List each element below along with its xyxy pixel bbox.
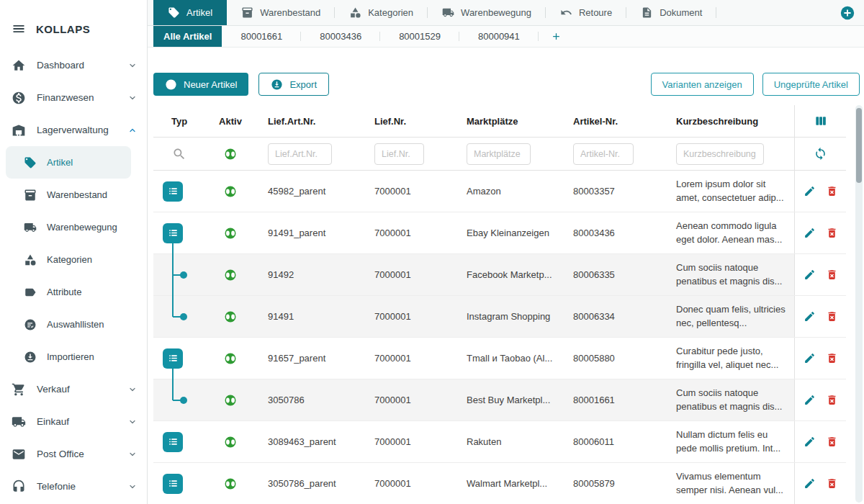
cell-artikel-nr: 80006335 xyxy=(561,254,664,295)
tab-dokument[interactable]: Dokument xyxy=(626,0,716,25)
cell-kurzbeschreibung: Vivamus elementum semper nisi. Aenean vu… xyxy=(664,463,794,504)
active-status-icon[interactable] xyxy=(224,394,237,407)
article-tab-80000941[interactable]: 80000941 xyxy=(459,26,539,47)
parent-article-list-icon[interactable] xyxy=(163,223,183,243)
sidebar-item-finanzwesen[interactable]: Finanzwesen xyxy=(0,81,147,114)
sidebar-item-warenbewegung[interactable]: Warenbewegung xyxy=(0,211,147,243)
attribute-icon xyxy=(24,286,37,299)
cell-aktiv xyxy=(205,379,256,420)
unchecked-articles-button[interactable]: Ungeprüfte Artikel xyxy=(762,73,860,96)
delete-icon[interactable] xyxy=(826,352,838,364)
edit-icon[interactable] xyxy=(804,310,816,323)
inventory-icon xyxy=(241,6,253,19)
mail-icon xyxy=(12,447,26,462)
cell-lief-art-nr: 91491_parent xyxy=(256,212,362,253)
parent-article-list-icon[interactable] xyxy=(163,181,183,202)
cell-aktiv xyxy=(205,212,256,253)
sidebar-item-attribute[interactable]: Attribute xyxy=(0,276,147,308)
sidebar-item-importieren[interactable]: Importieren xyxy=(0,341,147,373)
cell-lief-nr: 7000001 xyxy=(362,171,454,212)
parent-article-list-icon[interactable] xyxy=(163,432,183,452)
sidebar-item-telefonie[interactable]: Telefonie xyxy=(0,470,147,503)
delete-icon[interactable] xyxy=(826,310,838,323)
edit-icon[interactable] xyxy=(804,477,816,490)
edit-icon[interactable] xyxy=(804,352,816,364)
tab-warenbewegung[interactable]: Warenbewegung xyxy=(428,0,546,25)
sidebar-item-einkauf[interactable]: Einkauf xyxy=(0,405,147,438)
active-status-icon[interactable] xyxy=(224,269,237,282)
cell-aktiv xyxy=(205,296,256,337)
article-tab-80003436[interactable]: 80003436 xyxy=(301,26,380,47)
cell-actions xyxy=(794,338,846,379)
cell-marktplatz: Rakuten xyxy=(454,421,561,462)
filter-lief-nr-input[interactable] xyxy=(374,143,424,165)
column-settings-icon[interactable] xyxy=(813,114,829,128)
active-status-icon[interactable] xyxy=(224,185,237,198)
edit-icon[interactable] xyxy=(804,227,816,239)
delete-icon[interactable] xyxy=(826,227,838,239)
edit-icon[interactable] xyxy=(804,394,816,406)
sidebar-item-artikel[interactable]: Artikel xyxy=(6,146,131,179)
active-toggle-icon[interactable] xyxy=(224,148,237,161)
tab-artikel[interactable]: Artikel xyxy=(153,0,227,25)
scrollbar-track[interactable] xyxy=(855,105,863,503)
filter-kurzbeschreibung-input[interactable] xyxy=(676,143,764,165)
sidebar-item-kategorien[interactable]: Kategorien xyxy=(0,243,147,276)
article-tab-80001661[interactable]: 80001661 xyxy=(222,26,301,47)
cell-lief-nr: 7000001 xyxy=(362,338,454,379)
delete-icon[interactable] xyxy=(826,185,838,197)
tab-warenbestand[interactable]: Warenbestand xyxy=(227,0,335,25)
tab-retoure[interactable]: Retoure xyxy=(546,0,626,25)
tree-connector xyxy=(180,271,187,279)
edit-icon[interactable] xyxy=(804,185,816,197)
sidebar-item-auswahllisten[interactable]: Auswahllisten xyxy=(0,308,147,341)
edit-icon[interactable] xyxy=(804,436,816,448)
filter-artikel-nr-input[interactable] xyxy=(573,143,634,165)
parent-article-list-icon[interactable] xyxy=(163,348,183,369)
active-status-icon[interactable] xyxy=(224,436,237,449)
sidebar-item-verkauf[interactable]: Verkauf xyxy=(0,373,147,405)
show-variants-button[interactable]: Varianten anzeigen xyxy=(651,73,754,96)
active-status-icon[interactable] xyxy=(224,310,237,323)
new-article-button[interactable]: Neuer Artikel xyxy=(153,73,248,96)
refresh-icon[interactable] xyxy=(814,147,827,161)
table-body: 45982_parent7000001Amazon80003357Lorem i… xyxy=(153,171,846,504)
cell-typ xyxy=(153,421,205,462)
sidebar-item-warenbestand[interactable]: Warenbestand xyxy=(0,179,147,211)
active-status-icon[interactable] xyxy=(224,352,237,365)
article-tab-80001529[interactable]: 80001529 xyxy=(380,26,459,47)
menu-icon[interactable] xyxy=(12,22,26,36)
filter-marktplaetze-input[interactable] xyxy=(467,143,531,165)
delete-icon[interactable] xyxy=(826,394,838,406)
chevron-down-icon xyxy=(128,94,137,102)
sidebar-header: KOLLAPS xyxy=(0,0,147,45)
scrollbar-thumb[interactable] xyxy=(856,108,862,183)
filter-lief-art-nr-input[interactable] xyxy=(268,143,332,165)
article-tab-alle-artikel[interactable]: Alle Artikel xyxy=(153,26,222,47)
toolbar: Neuer Artikel Export Varianten anzeigen … xyxy=(153,73,860,96)
tab-kategorien[interactable]: Kategorien xyxy=(335,0,428,25)
delete-icon[interactable] xyxy=(826,436,838,448)
export-button[interactable]: Export xyxy=(258,73,329,96)
sidebar-nav: DashboardFinanzwesenLagerverwaltungArtik… xyxy=(0,45,147,503)
column-header-lief-nr: Lief.Nr. xyxy=(362,105,454,137)
sidebar-item-post-office[interactable]: Post Office xyxy=(0,438,147,470)
sidebar-item-lagerverwaltung[interactable]: Lagerverwaltung xyxy=(0,114,147,146)
truck-icon xyxy=(12,415,26,429)
active-status-icon[interactable] xyxy=(224,227,237,240)
cell-actions xyxy=(794,463,846,504)
cell-kurzbeschreibung: Lorem ipsum dolor sit amet, consectetuer… xyxy=(664,171,794,212)
active-status-icon[interactable] xyxy=(224,477,237,490)
delete-icon[interactable] xyxy=(826,269,838,281)
truck-icon xyxy=(442,6,454,19)
delete-icon[interactable] xyxy=(826,477,838,490)
cell-aktiv xyxy=(205,421,256,462)
sidebar-item-dashboard[interactable]: Dashboard xyxy=(0,49,147,81)
parent-article-list-icon[interactable] xyxy=(163,474,183,494)
add-module-tab-button[interactable] xyxy=(840,5,855,21)
edit-icon[interactable] xyxy=(804,269,816,281)
table-row: 3050786_parent7000001Walmart Marketpl...… xyxy=(153,463,846,504)
add-article-tab-button[interactable] xyxy=(539,26,574,47)
cell-typ xyxy=(153,212,205,253)
cell-typ xyxy=(153,254,205,295)
